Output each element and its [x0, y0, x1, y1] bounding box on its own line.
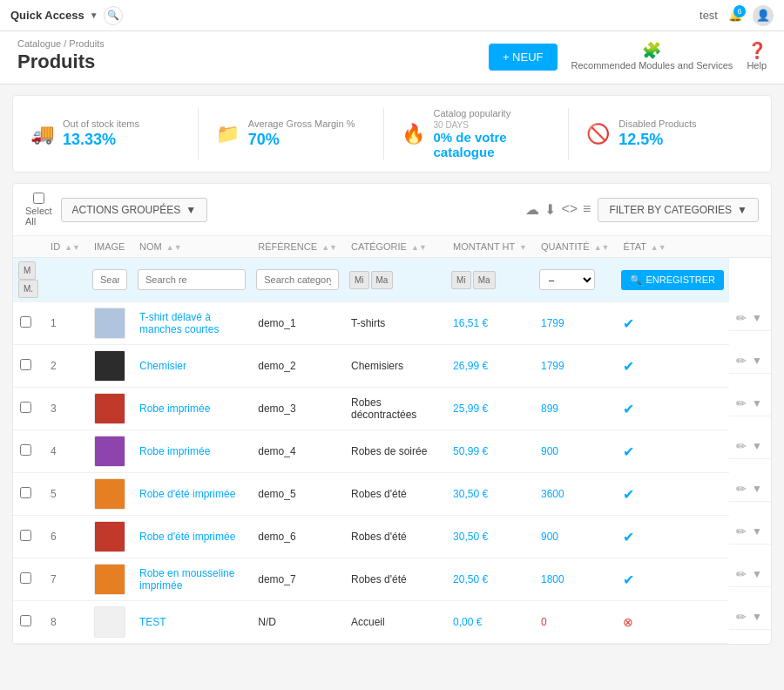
- row-category-cell: Robes décontractées: [344, 388, 446, 430]
- product-name-link[interactable]: Robe d'été imprimée: [139, 488, 235, 500]
- notifications-button[interactable]: 🔔 6: [728, 9, 742, 22]
- search-name-input[interactable]: [92, 269, 127, 290]
- edit-icon[interactable]: ✏: [736, 439, 747, 453]
- search-ref-input[interactable]: [138, 269, 246, 290]
- status-active-icon: ✔: [623, 487, 634, 502]
- search-cat-input[interactable]: [256, 269, 339, 290]
- title-section: Catalogue / Produits Produits: [17, 38, 105, 73]
- new-product-button[interactable]: + NEUF: [489, 44, 558, 71]
- id-max-button[interactable]: M.: [18, 280, 38, 298]
- row-status-cell: ✔: [616, 345, 728, 388]
- table-row: 4Robe impriméedemo_4Robes de soirée50,99…: [13, 430, 771, 473]
- product-name-link[interactable]: Robe d'été imprimée: [139, 531, 235, 543]
- sort-icon[interactable]: ▲▼: [166, 243, 182, 252]
- select-all-checkbox[interactable]: [33, 193, 44, 204]
- row-actions-cell: ✏▼: [729, 302, 771, 331]
- search-ref-cell: [132, 258, 251, 302]
- stat-disabled-products: 🚫 Disabled Products 12.5%: [568, 108, 754, 159]
- actions-label: ACTIONS GROUPÉES: [72, 204, 181, 216]
- filter-by-categories-button[interactable]: FILTER BY CATEGORIES ▼: [598, 198, 759, 222]
- price-min-button[interactable]: Mi: [349, 271, 369, 289]
- product-name-link[interactable]: Robe imprimée: [139, 402, 210, 415]
- row-category-cell: Robes de soirée: [344, 430, 446, 473]
- product-name-link[interactable]: TEST: [139, 616, 166, 628]
- col-ref-header: RÉFÉRENCE ▲▼: [251, 236, 344, 258]
- row-id-cell: 1: [44, 302, 87, 345]
- row-checkbox[interactable]: [20, 615, 31, 626]
- stat-gross-margin: 📁 Average Gross Margin % 70%: [198, 108, 383, 159]
- row-checkbox-cell: [13, 558, 44, 601]
- table-header-row: ID ▲▼ IMAGE NOM ▲▼ RÉFÉRENCE ▲▼ CATÉGORI…: [13, 236, 771, 258]
- row-status-cell: ✔: [616, 388, 728, 430]
- edit-icon[interactable]: ✏: [736, 396, 747, 410]
- toolbar-icons: ☁ ⬇ <> ≡: [525, 201, 591, 218]
- row-id-cell: 4: [44, 430, 87, 473]
- user-avatar[interactable]: 👤: [753, 5, 774, 26]
- qty-min-button[interactable]: Mi: [451, 271, 471, 289]
- expand-row-icon[interactable]: ▼: [752, 312, 762, 324]
- help-icon: ❓: [747, 41, 767, 60]
- chevron-down-icon: ▼: [737, 204, 747, 216]
- expand-row-icon[interactable]: ▼: [752, 483, 762, 495]
- expand-row-icon[interactable]: ▼: [752, 440, 762, 452]
- status-filter-select[interactable]: – Actif Inactif: [539, 269, 595, 290]
- recommended-modules-button[interactable]: 🧩 Recommended Modules and Services: [571, 41, 733, 71]
- row-price-cell: 25,99 €: [446, 388, 534, 430]
- sort-icon[interactable]: ▲▼: [321, 243, 337, 252]
- row-ref-cell: demo_3: [251, 388, 344, 430]
- row-checkbox[interactable]: [20, 487, 31, 498]
- row-checkbox-cell: [13, 430, 44, 473]
- cloud-upload-icon[interactable]: ☁: [525, 201, 539, 218]
- list-icon[interactable]: ≡: [583, 201, 591, 218]
- status-active-icon: ✔: [623, 316, 634, 331]
- sort-icon[interactable]: ▲▼: [651, 243, 666, 252]
- status-active-icon: ✔: [623, 402, 634, 416]
- status-inactive-icon: ⊗: [623, 615, 633, 629]
- product-thumbnail-placeholder: [94, 606, 125, 638]
- row-category-cell: T-shirts: [344, 302, 446, 345]
- expand-row-icon[interactable]: ▼: [752, 611, 762, 623]
- product-name-link[interactable]: T-shirt délavé à manches courtes: [139, 311, 219, 335]
- row-checkbox[interactable]: [20, 359, 31, 370]
- row-checkbox[interactable]: [20, 316, 31, 328]
- help-button[interactable]: ❓ Help: [747, 41, 767, 71]
- sort-icon[interactable]: ▼: [519, 243, 527, 252]
- product-name-link[interactable]: Robe imprimée: [139, 445, 210, 457]
- qty-max-button[interactable]: Ma: [473, 271, 496, 289]
- row-category-cell: Robes d'été: [344, 473, 446, 516]
- row-checkbox[interactable]: [20, 444, 31, 456]
- cloud-download-icon[interactable]: ⬇: [544, 201, 556, 218]
- product-name-link[interactable]: Chemisier: [139, 360, 186, 372]
- id-min-button[interactable]: M: [18, 261, 36, 280]
- row-checkbox[interactable]: [20, 530, 31, 541]
- row-qty-cell: 900: [534, 430, 617, 473]
- expand-row-icon[interactable]: ▼: [752, 525, 762, 538]
- expand-row-icon[interactable]: ▼: [752, 397, 762, 409]
- row-checkbox[interactable]: [20, 572, 31, 584]
- row-status-cell: ✔: [616, 430, 728, 473]
- expand-row-icon[interactable]: ▼: [752, 568, 762, 580]
- edit-icon[interactable]: ✏: [736, 524, 747, 538]
- stats-bar: 🚚 Out of stock items 13.33% 📁 Average Gr…: [12, 95, 772, 172]
- product-name-link[interactable]: Robe en mousseline imprimée: [139, 567, 234, 592]
- row-actions-cell: ✏▼: [729, 345, 771, 374]
- edit-icon[interactable]: ✏: [736, 567, 747, 581]
- expand-row-icon[interactable]: ▼: [752, 355, 762, 367]
- edit-icon[interactable]: ✏: [736, 354, 747, 368]
- row-checkbox-cell: [13, 473, 44, 516]
- row-id-cell: 8: [44, 601, 87, 644]
- edit-icon[interactable]: ✏: [736, 311, 747, 325]
- price-max-button[interactable]: Ma: [371, 271, 394, 289]
- search-submit-button[interactable]: 🔍 ENREGISTRER: [621, 270, 723, 290]
- code-icon[interactable]: <>: [561, 201, 578, 218]
- search-price-cell: Mi Ma: [344, 258, 446, 302]
- row-qty-cell: 900: [534, 516, 617, 558]
- bulk-actions-button[interactable]: ACTIONS GROUPÉES ▼: [61, 198, 208, 222]
- global-search-button[interactable]: 🔍: [104, 6, 123, 25]
- sort-icon[interactable]: ▲▼: [64, 243, 80, 252]
- sort-icon[interactable]: ▲▼: [411, 243, 427, 252]
- edit-icon[interactable]: ✏: [736, 482, 747, 496]
- row-checkbox[interactable]: [20, 402, 31, 413]
- sort-icon[interactable]: ▲▼: [594, 243, 610, 252]
- edit-icon[interactable]: ✏: [736, 610, 747, 624]
